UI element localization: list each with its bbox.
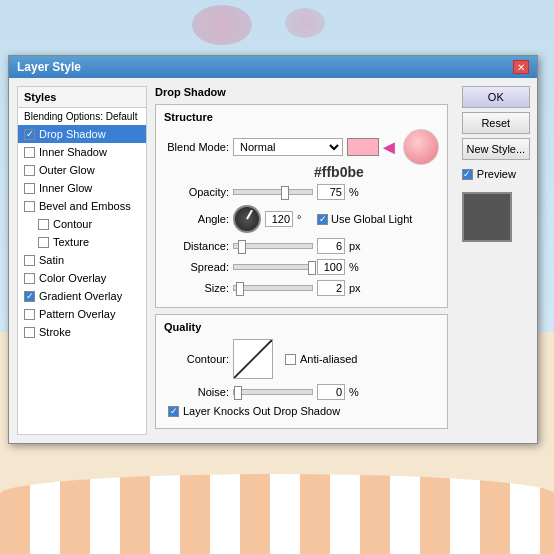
spread-input[interactable]	[317, 259, 345, 275]
sidebar-item-outer-glow[interactable]: Outer Glow	[18, 161, 146, 179]
stroke-checkbox[interactable]	[24, 327, 35, 338]
blend-mode-label: Blend Mode:	[164, 141, 229, 153]
distance-unit: px	[349, 240, 361, 252]
preview-row: ✓ Preview	[462, 168, 530, 180]
sidebar-item-drop-shadow[interactable]: ✓ Drop Shadow	[18, 125, 146, 143]
gradient-overlay-checkbox[interactable]: ✓	[24, 291, 35, 302]
opacity-unit: %	[349, 186, 361, 198]
sidebar-item-stroke[interactable]: Stroke	[18, 323, 146, 341]
bevel-emboss-label: Bevel and Emboss	[39, 200, 131, 212]
action-buttons: OK Reset New Style... ✓ Preview	[462, 86, 530, 435]
drop-shadow-label: Drop Shadow	[39, 128, 106, 140]
use-global-light-checkbox[interactable]: ✓	[317, 214, 328, 225]
inner-shadow-checkbox[interactable]	[24, 147, 35, 158]
dialog-close-button[interactable]: ✕	[513, 60, 529, 74]
awning	[0, 474, 554, 554]
bg-decoration-circle2	[285, 8, 325, 38]
spread-unit: %	[349, 261, 361, 273]
bevel-emboss-checkbox[interactable]	[24, 201, 35, 212]
sidebar-item-inner-shadow[interactable]: Inner Shadow	[18, 143, 146, 161]
size-row: Size: px	[164, 280, 439, 296]
sidebar-item-contour[interactable]: Contour	[18, 215, 146, 233]
sidebar-item-color-overlay[interactable]: Color Overlay	[18, 269, 146, 287]
styles-panel-header: Styles	[18, 87, 146, 108]
preview-checkbox[interactable]: ✓	[462, 169, 473, 180]
contour-preview[interactable]	[233, 339, 273, 379]
layer-knocks-row: ✓ Layer Knocks Out Drop Shadow	[164, 405, 439, 417]
color-overlay-label: Color Overlay	[39, 272, 106, 284]
sidebar-item-inner-glow[interactable]: Inner Glow	[18, 179, 146, 197]
opacity-slider-track[interactable]	[233, 189, 313, 195]
sidebar-item-pattern-overlay[interactable]: Pattern Overlay	[18, 305, 146, 323]
contour-label: Contour	[53, 218, 92, 230]
quality-section: Quality Contour: Anti-aliased Noi	[155, 314, 448, 429]
layer-style-dialog: Layer Style ✕ Styles Blending Options: D…	[8, 55, 538, 444]
noise-thumb[interactable]	[234, 386, 242, 400]
texture-label: Texture	[53, 236, 89, 248]
reset-button[interactable]: Reset	[462, 112, 530, 134]
sidebar-item-bevel-emboss[interactable]: Bevel and Emboss	[18, 197, 146, 215]
angle-needle	[246, 210, 253, 220]
layer-knocks-label: Layer Knocks Out Drop Shadow	[183, 405, 340, 417]
dialog-titlebar: Layer Style ✕	[9, 56, 537, 78]
preview-label: Preview	[477, 168, 516, 180]
distance-slider[interactable]	[233, 243, 313, 249]
distance-input[interactable]	[317, 238, 345, 254]
distance-label: Distance:	[164, 240, 229, 252]
drop-shadow-checkbox[interactable]: ✓	[24, 129, 35, 140]
sidebar-item-gradient-overlay[interactable]: ✓ Gradient Overlay	[18, 287, 146, 305]
quality-contour-label: Contour:	[164, 353, 229, 365]
noise-input[interactable]	[317, 384, 345, 400]
contour-row: Contour: Anti-aliased	[164, 339, 439, 379]
noise-slider[interactable]	[233, 389, 313, 395]
pattern-overlay-label: Pattern Overlay	[39, 308, 115, 320]
use-global-light-row: ✓ Use Global Light	[317, 213, 412, 225]
color-swatch[interactable]	[347, 138, 379, 156]
hex-annotation: #ffb0be	[314, 164, 439, 180]
sidebar-item-texture[interactable]: Texture	[18, 233, 146, 251]
anti-alias-checkbox[interactable]	[285, 354, 296, 365]
distance-thumb[interactable]	[238, 240, 246, 254]
sidebar-item-satin[interactable]: Satin	[18, 251, 146, 269]
angle-input[interactable]	[265, 211, 293, 227]
spread-thumb[interactable]	[308, 261, 316, 275]
outer-glow-checkbox[interactable]	[24, 165, 35, 176]
contour-checkbox[interactable]	[38, 219, 49, 230]
satin-checkbox[interactable]	[24, 255, 35, 266]
satin-label: Satin	[39, 254, 64, 266]
spread-slider[interactable]	[233, 264, 313, 270]
color-overlay-checkbox[interactable]	[24, 273, 35, 284]
sidebar-item-blending-options[interactable]: Blending Options: Default	[18, 108, 146, 125]
size-slider[interactable]	[233, 285, 313, 291]
noise-row: Noise: %	[164, 384, 439, 400]
color-circle-annotation	[403, 129, 439, 165]
structure-section: Structure Blend Mode: Normal Multiply Sc…	[155, 104, 448, 308]
opacity-row: Opacity: %	[164, 184, 439, 200]
blending-options-label: Blending Options: Default	[24, 111, 137, 122]
opacity-slider-container	[233, 189, 313, 195]
stroke-label: Stroke	[39, 326, 71, 338]
opacity-label: Opacity:	[164, 186, 229, 198]
pattern-overlay-checkbox[interactable]	[24, 309, 35, 320]
angle-row: Angle: ° ✓ Use Global Light	[164, 205, 439, 233]
angle-unit: °	[297, 213, 309, 225]
inner-glow-label: Inner Glow	[39, 182, 92, 194]
noise-unit: %	[349, 386, 361, 398]
layer-knocks-checkbox[interactable]: ✓	[168, 406, 179, 417]
blend-mode-row: Blend Mode: Normal Multiply Screen ◄	[164, 129, 439, 165]
ok-button[interactable]: OK	[462, 86, 530, 108]
blend-mode-select[interactable]: Normal Multiply Screen	[233, 138, 343, 156]
opacity-slider-thumb[interactable]	[281, 186, 289, 200]
preview-swatch	[462, 192, 512, 242]
bg-decoration-circle	[192, 5, 252, 45]
texture-checkbox[interactable]	[38, 237, 49, 248]
size-thumb[interactable]	[236, 282, 244, 296]
new-style-button[interactable]: New Style...	[462, 138, 530, 160]
size-label: Size:	[164, 282, 229, 294]
arrow-annotation: ◄	[379, 136, 399, 159]
inner-shadow-label: Inner Shadow	[39, 146, 107, 158]
size-input[interactable]	[317, 280, 345, 296]
angle-dial[interactable]	[233, 205, 261, 233]
inner-glow-checkbox[interactable]	[24, 183, 35, 194]
opacity-input[interactable]	[317, 184, 345, 200]
